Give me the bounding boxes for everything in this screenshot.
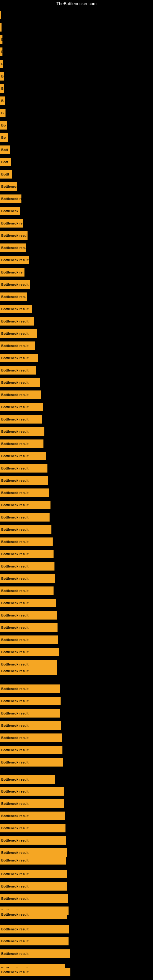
bar-row: Bottleneck — [0, 207, 20, 215]
bar-label: Bottleneck result — [1, 939, 29, 943]
bar-label: Bottleneck resu — [1, 246, 26, 250]
bar-label: Bottleneck result — [1, 320, 29, 323]
bar-label: Bottleneck result — [1, 650, 29, 654]
bar-label: Bottleneck result — [1, 565, 29, 568]
bar-label: Bottleneck result — [1, 503, 29, 507]
bar-label: B — [1, 75, 4, 78]
bar-label: Bottleneck result — [1, 838, 29, 842]
bar-label: Bottleneck result — [1, 952, 29, 956]
bar-row: Bottleneck result — [0, 836, 66, 845]
bar-label: Bott — [1, 148, 8, 151]
bar-row — [0, 23, 2, 32]
bar-label: Bottleneck result — [1, 736, 29, 740]
bar-row: Bottleneck resu — [0, 219, 23, 228]
bar-label: Bottleneck result — [1, 885, 29, 888]
bar-row: Bo — [0, 121, 7, 130]
bar-row: Bottleneck result — [0, 403, 43, 411]
bar-label: Bottleneck result — [1, 442, 29, 445]
bar-row: Bottleneck result — [0, 574, 55, 583]
bar-row: Bottleneck result — [0, 452, 46, 460]
bar-row: Bottleneck result — [0, 746, 62, 754]
bar-label: Bottleneck result — [1, 552, 29, 556]
bar-label: Bo — [1, 123, 6, 127]
bar-label: Bottleneck — [1, 209, 18, 213]
bar-label: Bottleneck result — [1, 589, 29, 593]
bar-row: Bottleneck re — [0, 268, 24, 277]
bar-row: Bottleneck result — [0, 342, 35, 350]
bar-label: Bottleneck result — [1, 778, 29, 781]
bar-label: Bottleneck result — [1, 826, 29, 830]
bar-row: E — [0, 35, 2, 44]
bar-label: Bottleneck result — [1, 515, 29, 519]
bar-row: Bottleneck result — [0, 305, 32, 313]
bar-label: Bottleneck result — [1, 687, 29, 690]
bar-label: Bottleneck result — [1, 626, 29, 629]
bar-row: Bottleneck result — [0, 910, 67, 919]
bar-row: Bottleneck result — [0, 697, 61, 705]
bar-label: Bottleneck result — [1, 913, 29, 916]
bar-label: Bottleneck result — [1, 724, 29, 727]
bar-label: Bottleneck result — [1, 638, 29, 641]
bar-label: Bottleneck result — [1, 851, 29, 854]
bar-label: Bottleneck result — [1, 669, 29, 673]
bar-row: Bottleneck result — [0, 733, 62, 742]
bar-row: Bottleneck result — [0, 476, 48, 485]
bar-label: Bottleneck result — [1, 332, 29, 335]
bar-row: Bottleneck result — [0, 501, 51, 509]
bar-label: Bottleneck result — [1, 393, 29, 396]
bar-label: Bottleneck result — [1, 405, 29, 409]
bar-row: Bottleneck result — [0, 599, 56, 607]
bar-label: Bottleneck result — [1, 711, 29, 715]
bar-row: Bottleneck result — [0, 439, 43, 448]
bar-label: Bottleneck result — [1, 381, 29, 384]
bar-row: Bottleneck result — [0, 390, 41, 399]
bar-row: Bottleneck result — [0, 611, 57, 620]
bar-row: Bottleneck result — [0, 709, 60, 718]
bar-label: Bottl — [1, 172, 9, 176]
bar-row: Bottleneck result — [0, 329, 37, 338]
bar-label: E — [1, 50, 2, 54]
bar-row: Bottleneck result — [0, 562, 54, 571]
bar-label: Bottleneck result — [1, 814, 29, 818]
bar-row: Bottleneck result — [0, 950, 70, 958]
bar-label: Bottleneck result — [1, 258, 29, 262]
bar-row: Bottleneck result — [0, 648, 59, 656]
bar-row: Bottleneck result — [0, 758, 63, 767]
bar-row: Bottleneck result — [0, 513, 49, 522]
bar-label: Bottleneck result — [1, 307, 29, 311]
bar-label: Bottleneck result — [1, 344, 29, 348]
bar-label: Bottleneck resu — [1, 221, 23, 225]
bar-label: E — [1, 62, 3, 66]
bar-row: Bottleneck result — [0, 231, 27, 240]
bar-label: Bottleneck result — [1, 430, 29, 433]
bar-row: Bottleneck result — [0, 317, 33, 326]
bar-label: Bottleneck res — [1, 197, 21, 200]
bar-label: Bottleneck resu — [1, 295, 27, 299]
bar-row: Bottleneck res — [0, 194, 21, 203]
bar-label: B — [1, 87, 4, 90]
bar-label: Bottleneck result — [1, 928, 29, 931]
bar-label: Bottleneck result — [1, 802, 29, 805]
bar-label: Bottleneck result — [1, 858, 29, 862]
bar-label: Bottleneck result — [1, 613, 29, 617]
bar-row: Bottleneck result — [0, 667, 57, 675]
bar-row: Bottleneck result — [0, 787, 64, 795]
bar-label: Bottleneck result — [1, 234, 27, 237]
bar-row: B — [0, 109, 5, 117]
bar-row: Bottlenec — [0, 182, 17, 191]
bar-row: Bottleneck result — [0, 721, 61, 730]
bar-label: Bottleneck result — [1, 577, 29, 580]
bar-label: B — [1, 111, 4, 115]
bar-row: Bottleneck result — [0, 937, 69, 945]
bar-row — [0, 11, 1, 19]
bar-row: Bottleneck result — [0, 882, 67, 891]
bar-row: Bottleneck result — [0, 464, 48, 473]
bar-label: Bottleneck result — [1, 872, 29, 876]
bar-label: Bottleneck result — [1, 897, 29, 900]
bar-label: Bottleneck result — [1, 491, 29, 495]
bar-row: Bott — [0, 145, 10, 154]
bar-label: Bottleneck re — [1, 270, 22, 274]
bar-row: Bottleneck result — [0, 538, 53, 546]
site-title: TheBottlenecker.com — [56, 1, 97, 6]
bar-label: Bo — [1, 136, 6, 139]
